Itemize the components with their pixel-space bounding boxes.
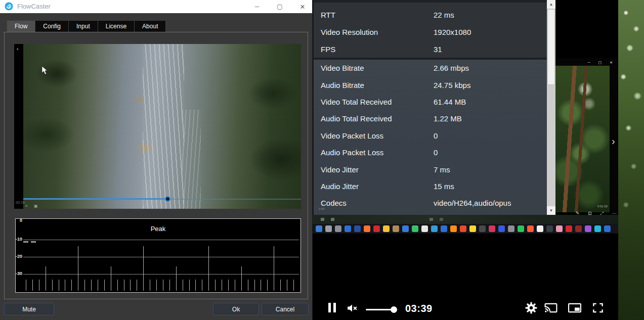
settings-gear-icon[interactable] xyxy=(525,301,538,316)
meter-tick xyxy=(124,280,124,291)
meter-tick xyxy=(26,280,26,291)
waterfall-video-frame xyxy=(23,44,301,209)
mute-button[interactable]: Mute xyxy=(4,303,54,315)
ok-button[interactable]: Ok xyxy=(213,303,259,315)
tab-about[interactable]: About xyxy=(135,20,166,32)
scrollbar-up-arrow[interactable]: ▲ xyxy=(547,0,555,9)
taskbar-icon[interactable] xyxy=(335,225,341,232)
audio-peak-meter: Peak 0-10-20-30 xyxy=(15,218,301,293)
muted-volume-icon[interactable] xyxy=(346,302,359,316)
taskbar-icon[interactable] xyxy=(546,225,553,232)
stats-row: Audio Total Received1.22 MB xyxy=(314,110,547,127)
streamed-tray-mark xyxy=(321,218,324,221)
meter-tick xyxy=(98,280,98,291)
cancel-button[interactable]: Cancel xyxy=(262,303,309,315)
stats-row: Audio Packet Loss0 xyxy=(314,144,547,161)
taskbar-icon[interactable] xyxy=(393,225,399,232)
meter-tick xyxy=(228,280,229,291)
meter-tick xyxy=(59,280,59,291)
volume-slider-handle[interactable] xyxy=(391,306,397,313)
stats-value: 22 ms xyxy=(434,11,454,19)
taskbar-icon[interactable] xyxy=(402,225,409,232)
taskbar-icon[interactable] xyxy=(383,225,390,232)
meter-scale-label: 0 xyxy=(16,218,22,223)
scrollbar-down-arrow[interactable]: ▼ xyxy=(547,206,555,215)
taskbar-icon[interactable] xyxy=(345,225,351,232)
taskbar-icon[interactable] xyxy=(469,225,476,232)
next-chevron-icon[interactable]: › xyxy=(612,135,615,147)
tab-bar: FlowConfigInputLicenseAbout xyxy=(7,20,166,32)
stats-scrollbar[interactable]: ▲ ▼ xyxy=(547,0,555,215)
taskbar-icon[interactable] xyxy=(354,225,361,232)
taskbar-icon[interactable] xyxy=(527,225,534,232)
taskbar-icon[interactable] xyxy=(412,225,418,232)
stats-label: Audio Jitter xyxy=(321,182,434,191)
meter-tick xyxy=(248,280,248,291)
taskbar-icon[interactable] xyxy=(421,225,428,232)
taskbar-icon[interactable] xyxy=(325,225,332,232)
taskbar-icon[interactable] xyxy=(316,225,322,232)
meter-tick xyxy=(267,280,268,291)
meter-tick xyxy=(32,280,33,291)
meter-tick xyxy=(104,280,105,291)
meter-tick xyxy=(46,266,46,291)
taskbar-icon[interactable] xyxy=(585,225,591,232)
tab-config[interactable]: Config xyxy=(35,20,69,32)
stats-value: 1920x1080 xyxy=(434,28,471,36)
stats-value: 61.44 MB xyxy=(434,98,466,106)
tab-input[interactable]: Input xyxy=(69,20,98,32)
maximize-button[interactable]: ▢ xyxy=(271,0,289,13)
taskbar-icon[interactable] xyxy=(556,225,563,232)
meter-tick xyxy=(143,246,144,291)
taskbar-icon[interactable] xyxy=(537,225,543,232)
meter-tick xyxy=(274,246,274,291)
stats-value: video/H264,audio/opus xyxy=(434,199,511,207)
meter-tick xyxy=(261,280,261,291)
taskbar-icon[interactable] xyxy=(508,225,514,232)
minimize-button[interactable]: ─ xyxy=(248,0,266,13)
taskbar-icon[interactable] xyxy=(450,225,457,232)
stats-value: 15 ms xyxy=(434,182,454,191)
cast-icon[interactable] xyxy=(543,301,559,316)
stats-label: Audio Bitrate xyxy=(321,81,434,89)
tab-license[interactable]: License xyxy=(98,20,135,32)
taskbar-icon[interactable] xyxy=(460,225,466,232)
preview-control-icons: ≡ ▣ xyxy=(25,204,40,208)
back-chevron-icon[interactable]: ‹ xyxy=(17,45,19,52)
stats-bottom-time: 0:00 xyxy=(319,207,325,210)
taskbar-icon[interactable] xyxy=(441,225,447,232)
picture-in-picture-icon[interactable] xyxy=(567,301,582,316)
pause-button[interactable] xyxy=(328,303,336,312)
titlebar: FlowCaster ─ ▢ ✕ xyxy=(0,0,312,13)
meter-tick xyxy=(91,280,92,291)
taskbar-icon[interactable] xyxy=(594,225,601,232)
taskbar-icon[interactable] xyxy=(489,225,495,232)
scrollbar-thumb[interactable] xyxy=(547,9,555,85)
stats-label: Video Bitrate xyxy=(321,64,434,72)
taskbar-icon[interactable] xyxy=(364,225,370,232)
preview-progress-handle[interactable] xyxy=(165,196,170,202)
taskbar-icon[interactable] xyxy=(498,225,505,232)
preview-progress-bar[interactable] xyxy=(23,198,168,200)
taskbar-icon[interactable] xyxy=(479,225,486,232)
taskbar-icon[interactable] xyxy=(431,225,438,232)
tree-video-frame xyxy=(555,66,610,212)
preview-progress-remaining[interactable] xyxy=(168,199,301,200)
stats-row: Video Packet Loss0 xyxy=(314,127,547,144)
taskbar-icon[interactable] xyxy=(518,225,524,232)
stats-section-top: RTT22 msVideo Resolution1920x1080FPS31 xyxy=(314,0,547,58)
streamed-window-controls: ─ ▢ ✕ xyxy=(588,61,616,65)
taskbar-icon[interactable] xyxy=(575,225,582,232)
meter-tick xyxy=(65,280,65,291)
taskbar-icon[interactable] xyxy=(373,225,380,232)
taskbar-icon[interactable] xyxy=(604,225,611,232)
meter-scale-label: -10 xyxy=(16,237,22,242)
meter-title: Peak xyxy=(16,225,300,233)
taskbar-icon[interactable] xyxy=(566,225,572,232)
streamed-taskbar xyxy=(313,224,618,234)
video-player-surface[interactable] xyxy=(313,234,618,296)
fullscreen-icon[interactable] xyxy=(590,301,606,316)
close-button[interactable]: ✕ xyxy=(293,0,312,13)
stats-section-main: Video Bitrate2.66 mbpsAudio Bitrate24.75… xyxy=(314,60,547,215)
tab-flow[interactable]: Flow xyxy=(7,20,35,32)
